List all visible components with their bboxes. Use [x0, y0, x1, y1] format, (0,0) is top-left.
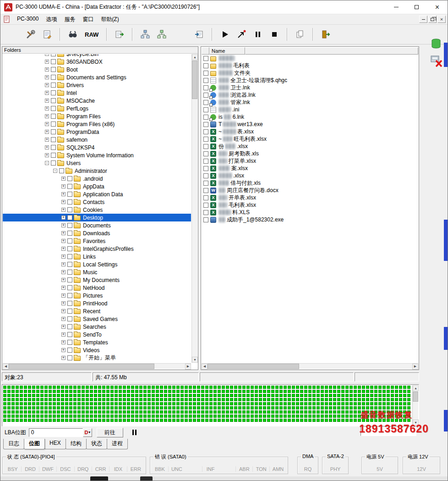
folder-checkbox[interactable] [67, 301, 72, 306]
tree-item[interactable]: +Favorites [3, 237, 191, 245]
expand-toggle-icon[interactable]: + [61, 356, 66, 360]
file-row[interactable]: 毛利表.xlsx [202, 201, 418, 209]
tab[interactable]: 进程 [107, 439, 128, 449]
file-row[interactable]: .ini [202, 106, 418, 113]
menu-item[interactable]: 窗口 [79, 14, 97, 25]
collapse-toggle-icon[interactable]: - [45, 161, 49, 165]
tree-item[interactable]: +Templates [3, 338, 191, 346]
file-checkbox[interactable] [203, 63, 208, 68]
raw-recovery-button[interactable]: RAW [81, 27, 102, 42]
file-checkbox[interactable] [203, 195, 208, 200]
tree-item[interactable]: +Local Settings [3, 260, 191, 268]
folder-checkbox[interactable] [51, 67, 56, 72]
file-row[interactable]: 管家.lnk [202, 99, 418, 106]
maximize-button[interactable] [406, 0, 427, 14]
folder-checkbox[interactable] [67, 293, 72, 298]
tree-item[interactable]: +safemon [3, 136, 191, 144]
goto-sector-button[interactable] [233, 27, 250, 42]
expand-toggle-icon[interactable]: + [61, 239, 66, 243]
scrollbar-thumb[interactable] [9, 364, 154, 369]
tree-item[interactable]: +Boot [3, 66, 191, 73]
expand-toggle-icon[interactable]: + [45, 91, 49, 95]
folder-checkbox[interactable] [51, 59, 56, 64]
expand-toggle-icon[interactable]: + [45, 83, 49, 87]
copy-button[interactable] [292, 27, 308, 42]
find-button[interactable] [65, 27, 81, 42]
tree-item[interactable]: +Drivers [3, 81, 191, 89]
goto-lba-button[interactable]: 前往 [97, 428, 123, 437]
expand-toggle-icon[interactable]: + [61, 223, 66, 227]
file-row[interactable]: 案.xlsx [202, 165, 418, 172]
tree-item[interactable]: +Documents and Settings [3, 73, 191, 81]
expand-toggle-icon[interactable]: + [45, 153, 49, 157]
tree-item[interactable]: +.android [3, 175, 191, 182]
expand-toggle-icon[interactable]: + [61, 332, 66, 337]
expand-toggle-icon[interactable]: + [61, 254, 66, 259]
close-button[interactable]: × [427, 0, 448, 14]
tree-item[interactable]: +Searches [3, 323, 191, 331]
file-row[interactable]: 料.XLS [202, 209, 418, 216]
expand-toggle-icon[interactable]: + [45, 106, 49, 111]
sector-bitmap-panel[interactable]: ▲ ▼ [2, 384, 419, 426]
file-row[interactable]: ~表.xlsx [202, 128, 418, 135]
menu-item[interactable]: PC-3000 [13, 14, 42, 25]
bitmap-vertical-scrollbar[interactable]: ▲ ▼ [412, 385, 418, 426]
file-row[interactable]: 开单表.xlsx [202, 194, 418, 201]
file-row[interactable]: 周庄店餐厅问卷.docx [202, 187, 418, 194]
folder-checkbox[interactable] [67, 262, 72, 267]
map-view-button[interactable] [137, 27, 153, 42]
tree-item[interactable]: +Links [3, 253, 191, 260]
folder-checkbox[interactable] [51, 75, 56, 80]
file-row[interactable]: 厨考勤表.xls [202, 150, 418, 157]
folder-checkbox[interactable] [67, 277, 72, 282]
pause-button[interactable] [250, 27, 266, 42]
expand-toggle-icon[interactable]: + [45, 122, 49, 126]
folder-checkbox[interactable] [51, 129, 56, 134]
file-row[interactable] [202, 55, 418, 62]
tab[interactable]: 状态 [86, 439, 107, 449]
file-checkbox[interactable] [203, 71, 208, 76]
folders-horizontal-scrollbar[interactable]: ◀ ▶ [3, 363, 191, 369]
folder-checkbox[interactable] [67, 199, 72, 205]
scroll-left-icon[interactable]: ◀ [3, 364, 9, 370]
folder-checkbox[interactable] [51, 153, 56, 158]
expand-toggle-icon[interactable]: + [61, 325, 66, 329]
expand-toggle-icon[interactable]: + [61, 293, 66, 298]
expand-toggle-icon[interactable]: + [61, 270, 66, 274]
folder-checkbox[interactable] [67, 348, 72, 353]
lba-units-dropdown[interactable]: D [83, 428, 92, 437]
save-data-button[interactable] [191, 27, 208, 42]
expand-toggle-icon[interactable]: + [45, 67, 49, 72]
tree-item[interactable]: +「开始」菜单 [3, 354, 191, 362]
expand-toggle-icon[interactable]: + [61, 247, 66, 251]
disk-stack-button[interactable] [429, 36, 444, 53]
files-horizontal-scrollbar[interactable]: ◀ ▶ [202, 363, 418, 369]
file-checkbox[interactable] [203, 159, 208, 164]
expand-toggle-icon[interactable]: + [45, 138, 49, 142]
folder-checkbox[interactable] [51, 114, 56, 119]
folder-checkbox[interactable] [67, 270, 72, 275]
tree-item[interactable]: -Administrator [3, 167, 191, 175]
file-checkbox[interactable] [203, 93, 208, 98]
tree-item[interactable]: +IntelGraphicsProfiles [3, 245, 191, 253]
expand-toggle-icon[interactable]: + [61, 286, 66, 290]
file-row[interactable]: Twer13.exe [202, 121, 418, 128]
folder-checkbox[interactable] [51, 54, 56, 56]
file-checkbox[interactable] [203, 85, 208, 90]
menu-item[interactable]: 选项 [42, 14, 60, 25]
file-checkbox[interactable] [203, 188, 208, 193]
expand-toggle-icon[interactable]: + [61, 231, 66, 235]
expand-toggle-icon[interactable]: + [61, 262, 66, 266]
minimize-button[interactable] [386, 0, 406, 14]
file-row[interactable]: 浏览器.lnk [202, 91, 418, 99]
folder-checkbox[interactable] [67, 316, 72, 321]
collapse-toggle-icon[interactable]: - [53, 169, 57, 173]
tree-item[interactable]: +MSOCache [3, 97, 191, 105]
tree-item[interactable]: +My Documents [3, 276, 191, 284]
tree-item[interactable]: +AppData [3, 182, 191, 190]
tree-item[interactable]: +Application Data [3, 190, 191, 198]
file-row[interactable]: 借与付款.xls [202, 179, 418, 187]
folder-checkbox[interactable] [67, 285, 72, 290]
expand-toggle-icon[interactable]: + [61, 340, 66, 344]
folder-checkbox[interactable] [67, 340, 72, 345]
